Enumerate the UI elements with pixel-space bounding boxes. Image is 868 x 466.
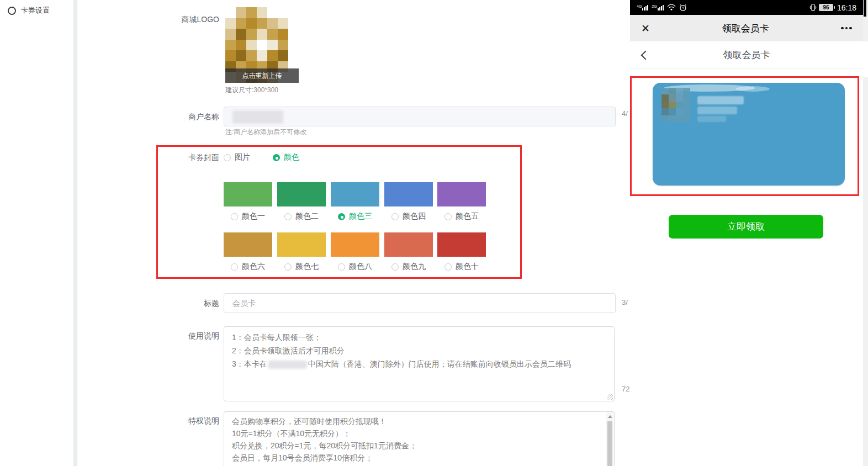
reupload-button[interactable]: 点击重新上传 xyxy=(225,68,299,83)
wifi-icon xyxy=(667,4,676,11)
privilege-line: 生日礼，会员生日月首单消费享20倍积分； xyxy=(224,464,614,466)
title-value: 会员卡 xyxy=(232,299,256,308)
color-swatch-1[interactable] xyxy=(224,182,272,206)
radio-icon xyxy=(224,154,231,161)
circle-icon xyxy=(8,7,16,15)
color-swatch-7[interactable] xyxy=(277,232,326,257)
color-radio-6[interactable]: 颜色六 xyxy=(224,262,272,272)
color-option-5: 颜色五 xyxy=(437,182,486,221)
color-option-4: 颜色四 xyxy=(384,182,433,221)
usage-line-1: 1：会员卡每人限领一张； xyxy=(224,331,614,344)
redacted-brand-name xyxy=(268,361,307,369)
color-option-10: 颜色十 xyxy=(437,232,486,272)
membership-card-preview[interactable] xyxy=(653,83,845,186)
card-settings-form: 商城LOGO 点击重新上传 建议尺寸:300*300 商户名称 4/ 注:商户名… xyxy=(77,0,630,466)
color-swatch-2[interactable] xyxy=(277,182,326,206)
color-swatch-3[interactable] xyxy=(331,182,379,206)
color-swatch-5[interactable] xyxy=(437,182,486,206)
battery-icon: 96 xyxy=(819,4,833,11)
phone-preview: 4G 2G 96 16:18 ✕ 领取会员卡 xyxy=(630,0,863,466)
color-option-6: 颜色六 xyxy=(224,232,272,272)
color-radio-10[interactable]: 颜色十 xyxy=(437,262,486,272)
color-option-3: 颜色三 xyxy=(331,182,379,221)
page-header: 领取会员卡 xyxy=(630,41,863,68)
color-swatch-8[interactable] xyxy=(331,232,379,257)
vibrate-icon xyxy=(809,3,817,12)
logo-size-hint: 建议尺寸:300*300 xyxy=(225,86,278,95)
color-swatch-4[interactable] xyxy=(384,182,433,206)
title-input[interactable]: 会员卡 xyxy=(224,293,616,313)
redacted-merchant-name xyxy=(232,110,283,124)
title-label: 标题 xyxy=(77,299,219,309)
card-text-blurred xyxy=(697,96,744,104)
scrollbar-thumb[interactable] xyxy=(607,421,612,466)
textarea-scrollbar[interactable] xyxy=(606,412,613,466)
color-radio-2[interactable]: 颜色二 xyxy=(277,211,326,221)
logo-upload[interactable]: 点击重新上传 xyxy=(225,7,299,83)
usage-char-counter: 72 xyxy=(622,385,630,393)
color-option-9: 颜色九 xyxy=(384,232,433,272)
more-menu-icon[interactable] xyxy=(841,27,852,30)
title-char-counter: 3/ xyxy=(622,298,630,306)
privilege-textarea[interactable]: 会员购物享积分，还可随时使用积分抵现哦！ 10元=1积分（不满10元无积分）； … xyxy=(224,411,615,466)
radio-icon xyxy=(231,213,238,220)
alarm-clock-icon xyxy=(679,4,687,12)
page-title: 领取会员卡 xyxy=(723,49,770,61)
card-sheen xyxy=(735,86,770,92)
phone-status-bar: 4G 2G 96 16:18 xyxy=(630,0,863,15)
color-option-1: 颜色一 xyxy=(224,182,272,221)
sidebar-item-card-settings[interactable]: 卡券设置 xyxy=(8,6,50,15)
sidebar-item-label: 卡券设置 xyxy=(21,6,50,15)
color-option-7: 颜色七 xyxy=(277,232,326,272)
color-swatch-6[interactable] xyxy=(224,232,272,257)
signal-4g-icon: 4G xyxy=(637,4,648,10)
card-logo-blurred xyxy=(661,88,690,122)
radio-icon xyxy=(284,263,292,271)
privilege-line: 会员购物享积分，还可随时使用积分抵现哦！ xyxy=(224,415,614,427)
merchant-name-note: 注:商户名称添加后不可修改 xyxy=(225,128,306,137)
color-radio-4[interactable]: 颜色四 xyxy=(384,211,433,221)
usage-line-2: 2：会员卡领取激活后才可用积分 xyxy=(224,344,614,357)
claim-now-button[interactable]: 立即领取 xyxy=(669,215,823,239)
color-swatch-9[interactable] xyxy=(384,232,433,257)
resize-handle-icon[interactable] xyxy=(607,394,613,400)
radio-icon xyxy=(444,213,452,220)
color-radio-9[interactable]: 颜色九 xyxy=(384,262,433,272)
signal-2g-icon: 2G xyxy=(652,4,663,10)
radio-icon xyxy=(338,263,345,271)
radio-icon xyxy=(391,263,399,271)
radio-checked-icon xyxy=(273,154,280,161)
edge-partial-panel xyxy=(863,0,868,466)
status-time: 16:18 xyxy=(837,3,856,12)
privilege-label: 特权说明 xyxy=(77,416,219,426)
color-radio-5[interactable]: 颜色五 xyxy=(437,211,486,221)
color-option-8: 颜色八 xyxy=(331,232,379,272)
color-radio-3-selected[interactable]: 颜色三 xyxy=(331,211,379,221)
color-swatch-10[interactable] xyxy=(437,232,486,257)
privilege-line: 积分兑换，20积分=1元，每20积分可抵扣1元消费金； xyxy=(224,439,614,452)
reupload-label: 点击重新上传 xyxy=(242,71,282,81)
radio-icon xyxy=(444,263,452,271)
scroll-up-arrow-icon[interactable] xyxy=(606,412,613,420)
color-option-2: 颜色二 xyxy=(277,182,326,221)
privilege-line: 会员日，每月10号会员消费享10倍积分； xyxy=(224,452,614,464)
radio-icon xyxy=(231,263,238,271)
privilege-line: 10元=1积分（不满10元无积分）； xyxy=(224,427,614,439)
back-chevron-icon[interactable] xyxy=(641,51,650,60)
close-icon[interactable]: ✕ xyxy=(641,23,650,34)
color-radio-1[interactable]: 颜色一 xyxy=(224,211,272,221)
cover-option-image[interactable]: 图片 xyxy=(224,152,250,162)
radio-checked-icon xyxy=(338,213,345,220)
cover-option-color[interactable]: 颜色 xyxy=(273,152,299,162)
color-radio-7[interactable]: 颜色七 xyxy=(277,262,326,272)
card-text-blurred xyxy=(697,116,726,122)
edge-white-sliver xyxy=(863,41,868,77)
card-cover-label: 卡券封面 xyxy=(77,153,219,163)
usage-line-3: 3：本卡在中国大陆（香港、澳门除外）门店使用；请在结账前向收银员出示会员二维码 xyxy=(224,357,614,370)
usage-textarea[interactable]: 1：会员卡每人限领一张； 2：会员卡领取激活后才可用积分 3：本卡在中国大陆（香… xyxy=(224,326,615,401)
wechat-navbar: ✕ 领取会员卡 xyxy=(630,15,863,41)
radio-icon xyxy=(284,213,292,220)
merchant-name-input[interactable] xyxy=(224,107,616,126)
color-radio-8[interactable]: 颜色八 xyxy=(331,262,379,272)
radio-icon xyxy=(391,213,399,220)
